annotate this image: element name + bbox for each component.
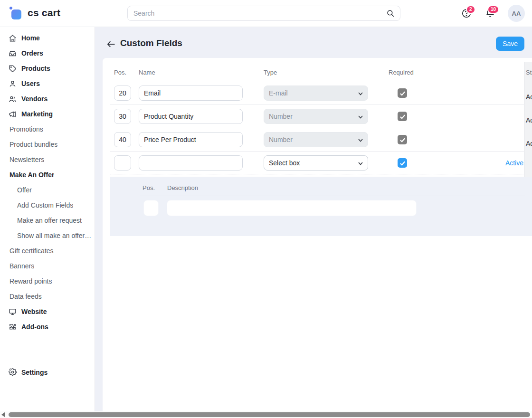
required-checkbox[interactable] [398,112,407,121]
sidebar-item-make-an-offer-request[interactable]: Make an offer request [0,213,95,228]
inbox-icon [9,49,17,57]
required-checkbox[interactable] [398,135,407,144]
user-icon [9,80,17,88]
type-select[interactable]: Select box [264,155,368,171]
tag-icon [9,65,17,73]
page-title: Custom Fields [120,38,182,48]
column-header-required: Required [389,69,414,76]
subpanel-description-input[interactable] [167,200,417,216]
search-input[interactable] [127,6,400,21]
main-content: Custom Fields Save Pos. Name Type Requir… [95,27,532,411]
megaphone-icon [9,110,17,118]
subpanel-header-pos: Pos. [142,184,155,191]
users-icon [9,95,17,103]
sidebar-item-add-ons[interactable]: Add-ons [0,319,95,334]
sidebar-item-gift-certificates[interactable]: Gift certificates [0,243,95,258]
topbar: cs cart 2 10 AA [0,0,532,27]
pos-input[interactable] [114,155,131,171]
sidebar-item-marketing[interactable]: Marketing [0,106,95,122]
sidebar-item-offer[interactable]: Offer [0,182,95,198]
column-header-status: Status [526,69,532,76]
scroll-left-arrow[interactable] [1,412,5,417]
name-input[interactable] [139,155,243,171]
horizontal-scrollbar[interactable] [0,411,532,418]
subpanel-divider [140,196,525,196]
back-arrow-icon[interactable] [106,39,116,49]
search [127,6,400,21]
chevron-down-icon [358,137,363,143]
type-select[interactable]: Number [264,132,368,147]
sidebar-item-product-bundles[interactable]: Product bundles [0,137,95,152]
gear-icon [9,368,17,376]
status-column-clipped: Status Active Active Active [524,62,532,179]
help-badge[interactable]: 2 [466,5,475,14]
logo[interactable]: cs cart [10,6,60,20]
header-divider [110,81,532,81]
sidebar-item-users[interactable]: Users [0,76,95,91]
sidebar-item-settings[interactable]: Settings [9,368,48,376]
check-icon [399,90,406,96]
pos-input[interactable] [114,132,131,147]
row-divider [110,128,532,128]
sidebar-item-orders[interactable]: Orders [0,46,95,61]
name-input[interactable] [139,109,243,124]
puzzle-icon [9,323,17,331]
column-header-type: Type [264,69,277,76]
sidebar-item-vendors[interactable]: Vendors [0,91,95,106]
custom-fields-card: Pos. Name Type Required E-mail Number [103,58,532,411]
status-value: Active [526,116,532,124]
monitor-icon [9,308,17,316]
check-icon [399,114,406,120]
sidebar-item-make-an-offer[interactable]: Make An Offer [0,167,95,182]
sidebar-item-add-custom-fields[interactable]: Add Custom Fields [0,198,95,213]
pos-input[interactable] [114,86,131,101]
row-divider-dotted [110,174,532,174]
bell-badge[interactable]: 10 [487,5,499,14]
check-icon [399,137,406,143]
name-input[interactable] [139,86,243,101]
sidebar-item-banners[interactable]: Banners [0,258,95,274]
save-button[interactable]: Save [496,37,524,51]
type-select[interactable]: E-mail [264,86,368,101]
type-select[interactable]: Number [264,109,368,124]
home-icon [9,34,17,42]
subpanel-header-description: Description [167,184,198,191]
chevron-down-icon [358,114,363,120]
logo-text: cs cart [28,7,60,19]
chevron-down-icon [358,161,363,166]
subpanel-pos-input[interactable] [143,200,159,216]
sidebar-item-promotions[interactable]: Promotions [0,122,95,137]
status-value: Active [526,140,532,147]
status-link[interactable]: Active [505,159,523,167]
sidebar-item-newsletters[interactable]: Newsletters [0,152,95,167]
required-checkbox[interactable] [398,158,407,168]
avatar[interactable]: AA [508,5,525,22]
sidebar-item-reward-points[interactable]: Reward points [0,274,95,289]
description-subpanel: Pos. Description [110,177,532,236]
column-header-name: Name [139,69,155,76]
required-checkbox[interactable] [398,88,407,98]
status-value: Active [526,93,532,101]
sidebar-item-products[interactable]: Products [0,61,95,76]
row-divider [110,104,532,105]
column-header-pos: Pos. [114,69,126,76]
sidebar-item-data-feeds[interactable]: Data feeds [0,289,95,304]
sidebar-item-website[interactable]: Website [0,304,95,319]
name-input[interactable] [139,132,243,147]
row-divider [110,151,532,152]
logo-icon [10,6,23,20]
check-icon [399,160,406,166]
pos-input[interactable] [114,109,131,124]
sidebar: Home Orders Products Users Vendors Marke… [0,27,95,411]
scrollbar-thumb[interactable] [9,412,530,417]
chevron-down-icon [358,91,363,96]
search-icon[interactable] [386,9,395,18]
sidebar-item-home[interactable]: Home [0,30,95,46]
sidebar-item-show-all-make-an-offer[interactable]: Show all make an offer … [0,228,95,243]
